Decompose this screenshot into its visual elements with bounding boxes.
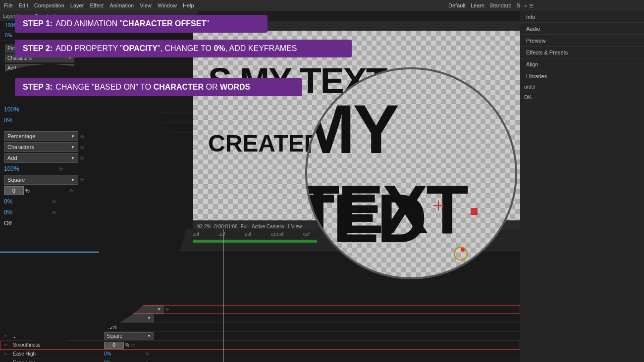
tl-prop-value-ease-high[interactable]: 0% (104, 351, 144, 357)
panel-info[interactable]: Info (520, 11, 644, 23)
zoom-orange-target (454, 247, 468, 260)
lc-reset8: ⟳ (52, 210, 56, 215)
menu-help[interactable]: Help (183, 2, 194, 8)
tl-prop-ease-low: ○ Ease Low 0% ⟳ (0, 359, 520, 362)
lc-blue-line (0, 252, 99, 253)
camera-label[interactable]: Active Camera (252, 224, 284, 229)
banner-step1: STEP 1: ADD ANIMATION "CHARACTER OFFSET" (15, 15, 268, 33)
banner2-text: ADD PROPERTY "OPACITY", CHANGE TO 0%, AD… (55, 44, 297, 53)
dropdown-shape-label: Square (107, 333, 122, 339)
view-label[interactable]: 1 View (287, 224, 302, 229)
banner-step3: STEP 3: CHANGE "BASED ON" TO CHARACTER O… (15, 78, 302, 96)
lc-reset4: ⟳ (59, 166, 63, 172)
lc-ease-high: 0% (4, 198, 12, 205)
lc-square-label: Square (7, 177, 25, 183)
lc-chevron2: ▼ (71, 145, 75, 150)
smoothness-pct: % (125, 342, 129, 348)
chevron-shape: ▼ (147, 334, 151, 338)
lc-dropdown-square[interactable]: Square ▼ (4, 175, 78, 185)
right-panel: » ☰ Info Audio Preview Effects & Presets… (520, 0, 644, 362)
lc-off-row: Off (0, 218, 188, 229)
ae-interface: File Edit Composition Layer Effect Anima… (0, 0, 644, 362)
banner2-step: STEP 2: (23, 44, 53, 53)
panel-audio[interactable]: Audio (520, 23, 644, 35)
banner3-character: CHARACTER (154, 83, 204, 91)
zoom-red-square (471, 208, 478, 215)
timecode[interactable]: 0:00:01:06 (214, 224, 237, 229)
dropdown-shape[interactable]: Square ▼ (104, 332, 154, 340)
lc-off: Off (4, 220, 12, 227)
banner3-text: CHANGE "BASED ON" TO CHARACTER OR WORDS (55, 83, 250, 92)
smoothness-tl-input[interactable] (104, 342, 124, 349)
tl-playhead (223, 229, 224, 362)
panel-order-row: order (520, 82, 644, 92)
lc-reset1: ⟳ (80, 134, 84, 139)
resolution-label[interactable]: Full (241, 224, 249, 229)
panel-align[interactable]: Align (520, 58, 644, 70)
right-panel-menu-icon[interactable]: ☰ (529, 3, 534, 8)
lc-dropdown-characters-row[interactable]: Characters ▼ ⟳ (0, 142, 188, 153)
banner2-opacity: OPACITY (123, 44, 158, 52)
lc-input-row[interactable]: % ⟳ (0, 185, 188, 196)
lc-dropdown-square-row[interactable]: Square ▼ ⟳ (0, 174, 188, 185)
menu-layer[interactable]: Layer (70, 2, 84, 8)
lc-chevron3: ▼ (71, 156, 75, 160)
banner1-step: STEP 1: (23, 19, 53, 28)
lc-reset7: ⟳ (52, 199, 56, 205)
zoom-level[interactable]: 92.2% (197, 224, 211, 229)
lc-chars-label: Characters (7, 144, 34, 150)
tl-prop-name-ease-high: Ease High (5, 351, 104, 357)
lc-smoothness-input[interactable] (4, 186, 24, 195)
lc-dropdown-add-row[interactable]: Add ▼ ⟳ (0, 153, 188, 163)
lc-dropdown-percentage-row[interactable]: Percentage ▼ ⟳ (0, 131, 188, 142)
panel-order-label: order (524, 84, 536, 90)
prop-value-0pct[interactable]: 0% (5, 33, 12, 38)
dk-label: DK (524, 94, 532, 100)
lc-row-100: 100% (0, 104, 188, 115)
lc-add-label: Add (7, 155, 17, 161)
menu-edit[interactable]: Edit (19, 2, 28, 8)
tl-reset-icon-based-on: ⟳ (165, 307, 169, 312)
panel-preview[interactable]: Preview (520, 35, 644, 47)
banner1-highlight: CHARACTER OFFSET (122, 19, 206, 28)
lc-100pct: 100% (4, 106, 19, 113)
menu-animation[interactable]: Animation (109, 2, 134, 8)
menu-window[interactable]: Window (158, 2, 177, 8)
radio-ease-high: ○ (0, 351, 5, 357)
menu-view[interactable]: View (140, 2, 152, 8)
tl-mark-4: 20f (245, 232, 251, 237)
tl-mark-3: 15f (219, 232, 225, 237)
lc-reset5: ⟳ (80, 177, 84, 183)
lc-pct-label: Percentage (7, 133, 35, 139)
lc-dropdown-add[interactable]: Add ▼ (4, 153, 78, 163)
panel-effects-presets[interactable]: Effects & Presets (520, 47, 644, 58)
lc-0pct: 0% (4, 117, 12, 124)
tl-mark-2: 10f (193, 232, 199, 237)
workspace-learn[interactable]: Learn (471, 2, 484, 8)
banner3-words: WORDS (220, 83, 250, 91)
lc-pct-suffix: % (25, 188, 30, 194)
tl-prop-value-ease-low[interactable]: 0% (104, 360, 144, 362)
lc-100-2: 100% (4, 165, 19, 172)
zoom-circle-overlay: MY TEXT TED FR (307, 69, 515, 277)
tl-prop-name-ease-low: Ease Low (5, 360, 104, 362)
tl-reset-icon-smoothness: ⟳ (131, 343, 135, 348)
workspace-default[interactable]: Default (448, 2, 466, 8)
tl-prop-ease-high: ○ Ease High 0% ⟳ (0, 350, 520, 359)
tl-green-bar (193, 240, 317, 243)
tl-prop-smoothness[interactable]: ○ Smoothness % ⟳ (0, 341, 520, 350)
panel-libraries[interactable]: Libraries (520, 70, 644, 82)
lc-dropdown-percentage[interactable]: Percentage ▼ (4, 131, 78, 141)
lc-ease-high-row: 0% ⟳ (0, 196, 188, 207)
menu-composition[interactable]: Composition (34, 2, 64, 8)
tl-prop-name-smoothness: Smoothness (5, 342, 104, 348)
zoom-text-ted: TED FR (307, 178, 515, 277)
lc-reset3: ⟳ (80, 155, 84, 161)
menu-file[interactable]: File (4, 2, 13, 8)
lc-dropdown-characters[interactable]: Characters ▼ (4, 142, 78, 152)
tl-reset-icon-ease-high: ⟳ (146, 352, 150, 357)
lc-reset2: ⟳ (80, 145, 84, 150)
menu-effect[interactable]: Effect (90, 2, 104, 8)
lc-100pct-row: 100% ⟳ (0, 163, 188, 174)
workspace-standard[interactable]: Standard (489, 2, 512, 8)
